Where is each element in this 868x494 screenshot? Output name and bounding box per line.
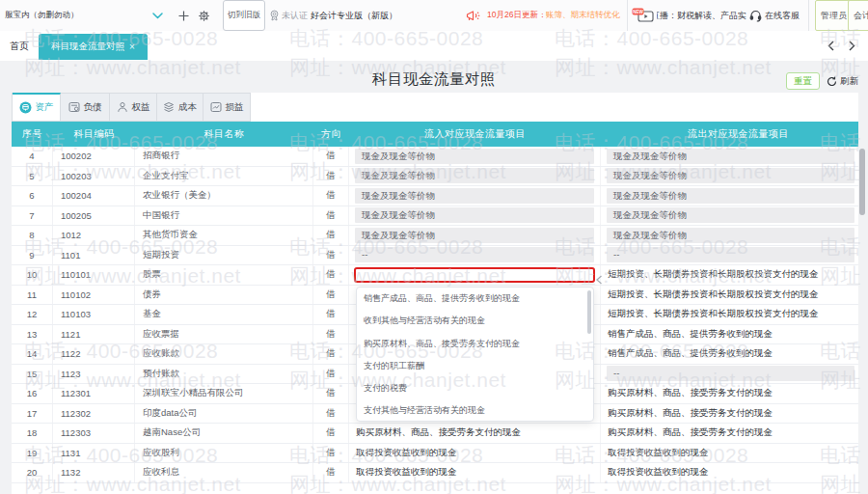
equity-icon	[117, 101, 128, 113]
dropdown-option[interactable]: 收到其他与经营活动有关的现金	[357, 310, 593, 332]
inflow-select-input-focused[interactable]	[354, 267, 595, 283]
row-number-cell: 9	[12, 246, 53, 265]
inflow-cell: 购买原材料、商品、接受劳务支付的现金	[349, 424, 601, 443]
tab-scroll-right-icon[interactable]	[849, 41, 855, 51]
outflow-value[interactable]: 取得投资收益收到的现金	[601, 447, 709, 459]
category-tab-label: 成本	[178, 101, 197, 114]
cert-status[interactable]: 未认证	[269, 0, 308, 31]
row-number-cell: 6	[12, 186, 53, 206]
account-code-cell: 110103	[53, 305, 135, 324]
account-name-cell: 股票	[135, 265, 313, 285]
dropdown-option[interactable]: 销售产成品、商品、提供劳务收到的现金	[357, 288, 593, 310]
select-collapse-icon[interactable]	[595, 271, 603, 288]
account-name-cell: 深圳联宝小精品有限公司	[135, 384, 313, 403]
outflow-value[interactable]: 短期投资、长期债券投资和长期股权投资支付的现金	[601, 308, 819, 320]
category-tab-cost[interactable]: 成本	[157, 93, 203, 121]
direction-cell: 借	[313, 325, 349, 344]
account-name-cell: 应收股利	[135, 444, 313, 463]
category-tab-label: 权益	[132, 101, 150, 114]
table-scrollbar[interactable]	[859, 149, 865, 215]
column-header: 流入对应现金流量项目	[349, 122, 601, 147]
inflow-cell: --	[349, 246, 601, 265]
dropdown-scrollbar[interactable]	[587, 290, 591, 334]
account-name-cell: 应收票据	[135, 325, 313, 344]
outflow-cell: 取得投资收益收到的现金	[601, 444, 858, 463]
inflow-value[interactable]: 购买原材料、商品、接受劳务支付的现金	[349, 426, 521, 439]
outflow-value[interactable]: 购买原材料、商品、接受劳务支付的现金	[601, 387, 773, 399]
outflow-value[interactable]: 短期投资、长期债券投资和长期股权投资支付的现金	[601, 288, 819, 301]
dropdown-option[interactable]: 支付其他与经营活动有关的现金	[357, 399, 593, 422]
gear-icon[interactable]	[198, 0, 210, 31]
headset-icon[interactable]	[749, 0, 762, 31]
cost-icon	[163, 101, 175, 113]
inflow-value[interactable]: 取得投资收益收到的现金	[349, 447, 457, 459]
category-tab-label: 损益	[226, 101, 244, 114]
live-tv-icon[interactable]: NEW	[632, 0, 655, 31]
chevron-down-icon[interactable]	[152, 0, 163, 31]
outflow-value[interactable]: 短期投资、长期债券投资和长期股权投资支付的现金	[601, 268, 819, 281]
category-tab-equity[interactable]: 权益	[110, 93, 157, 121]
direction-cell: 借	[313, 167, 349, 186]
inflow-disabled-input: 现金及现金等价物	[355, 168, 594, 183]
inflow-value[interactable]: 取得投资收益收到的现金	[349, 466, 457, 479]
accountant-role-button[interactable]: 会计	[848, 0, 868, 31]
row-number-cell: 12	[12, 305, 53, 324]
outflow-value[interactable]: 取得投资收益收到的现金	[601, 466, 709, 479]
tab-home[interactable]: 首页	[10, 31, 29, 61]
outflow-cell: 取得投资收益收到的现金	[601, 463, 858, 482]
inflow-cell: 取得投资收益收到的现金	[349, 444, 601, 463]
page-title: 科目现金流量对照	[0, 69, 868, 90]
category-tab-liabilities[interactable]: 负债	[61, 93, 110, 121]
live-broadcast-link[interactable]: 直播：财税解读、产品实	[657, 0, 746, 31]
outflow-value[interactable]: 购买原材料、商品、接受劳务支付的现金	[601, 426, 773, 439]
outflow-cell: --	[601, 365, 858, 384]
refresh-button[interactable]: 刷新	[827, 72, 858, 90]
outflow-cell: 短期投资、长期债券投资和长期股权投资支付的现金	[601, 286, 858, 305]
row-number-cell: 11	[12, 286, 53, 305]
divider	[627, 0, 628, 31]
dropdown-option[interactable]: 支付的税费	[357, 377, 593, 399]
switch-old-version-button[interactable]: 切到旧版	[223, 0, 265, 31]
tab-scroll-left-icon[interactable]	[827, 41, 834, 51]
category-tab-profit-loss[interactable]: 损益	[203, 93, 250, 121]
column-header: 科目名称	[135, 122, 313, 147]
account-name-cell: 基金	[135, 305, 313, 324]
workspace-selector[interactable]: 服宝内（勿删勿动）	[5, 0, 79, 31]
announcement-date[interactable]: 10月26日更新：	[487, 0, 546, 31]
row-number-cell: 8	[12, 226, 53, 245]
dropdown-option[interactable]: 支付的职工薪酬	[357, 355, 593, 377]
row-number-cell: 18	[12, 424, 53, 443]
row-number-cell: 14	[12, 344, 53, 364]
online-support-link[interactable]: 在线客服	[765, 0, 800, 31]
reset-button[interactable]: 重置	[786, 72, 820, 90]
account-code-cell: 1012	[53, 226, 135, 245]
account-code-cell: 112303	[53, 424, 135, 443]
account-code-cell: 1123	[53, 365, 135, 384]
table-row: 7100205中国银行借现金及现金等价物现金及现金等价物	[12, 206, 858, 227]
outflow-value[interactable]: 销售产成品、商品、提供劳务收到的现金	[601, 347, 773, 360]
account-code-cell: 110102	[53, 286, 135, 305]
direction-cell: 借	[313, 246, 349, 265]
account-name-cell: 预付账款	[135, 365, 313, 384]
announcement-text[interactable]: 账簿、期末结转优化	[546, 0, 620, 31]
outflow-value[interactable]: 销售产成品、商品、提供劳务收到的现金	[601, 328, 773, 341]
outflow-disabled-input: 现金及现金等价物	[607, 228, 854, 243]
column-header: 序号	[12, 122, 53, 147]
outflow-cell: 销售产成品、商品、提供劳务收到的现金	[601, 344, 858, 364]
outflow-value[interactable]: 购买原材料、商品、接受劳务支付的现金	[601, 407, 773, 420]
new-badge: NEW	[633, 10, 643, 14]
account-name-cell: 招商银行	[135, 147, 313, 166]
dropdown-option[interactable]: 购买原材料、商品、接受劳务支付的现金	[357, 333, 593, 355]
account-code-cell: 1132	[53, 463, 135, 482]
outflow-cell: 购买原材料、商品、接受劳务支付的现金	[601, 424, 858, 443]
category-tab-assets[interactable]: 资产	[13, 93, 61, 121]
inflow-cell: 现金及现金等价物	[349, 186, 601, 206]
inflow-cell: 现金及现金等价物	[349, 226, 601, 245]
tab-cashflow-mapping[interactable]: 科目现金流量对照 ×	[39, 34, 148, 60]
tab-label: 科目现金流量对照	[51, 41, 124, 53]
inflow-cell: 现金及现金等价物	[349, 147, 601, 166]
add-tab-icon[interactable]	[178, 0, 189, 31]
inflow-disabled-input: 现金及现金等价物	[355, 149, 594, 164]
close-icon[interactable]: ×	[129, 41, 135, 52]
tab-scroll-arrows	[827, 31, 855, 61]
